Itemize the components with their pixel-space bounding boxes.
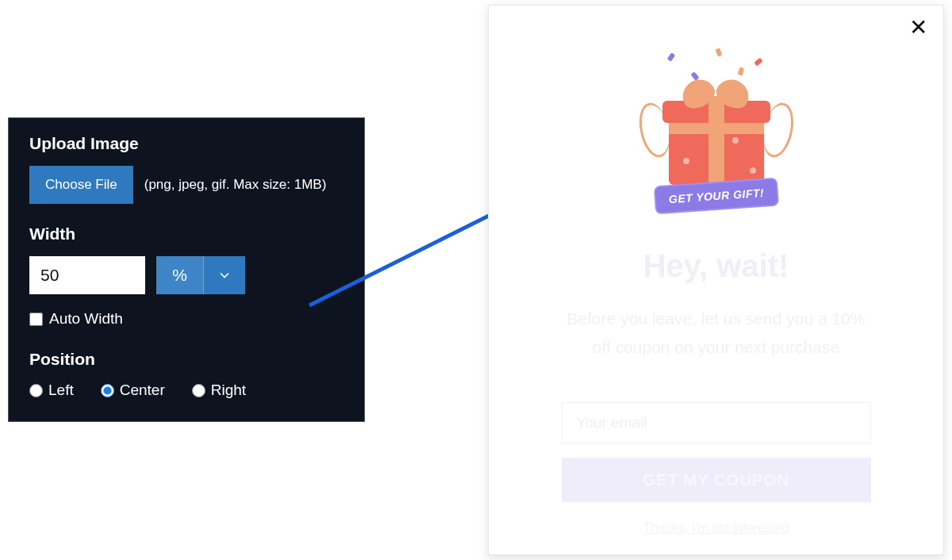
position-center-radio[interactable] (101, 384, 114, 397)
position-right-option[interactable]: Right (192, 382, 246, 399)
position-center-label: Center (120, 382, 165, 399)
position-heading: Position (29, 350, 344, 369)
email-input[interactable] (562, 402, 871, 443)
chevron-down-icon[interactable] (204, 256, 245, 294)
image-settings-panel: Upload Image Choose File (png, jpeg, gif… (8, 117, 365, 422)
width-unit-label: % (156, 256, 204, 294)
popup-subtext: Before you leave, let us send you a 10% … (558, 305, 875, 361)
width-unit-select[interactable]: % (156, 256, 245, 294)
position-left-label: Left (48, 382, 74, 399)
width-input[interactable] (29, 256, 145, 294)
file-type-hint: (png, jpeg, gif. Max size: 1MB) (144, 177, 327, 193)
not-interested-link[interactable]: Thanks, I'm not interested (643, 521, 789, 535)
popup-headline: Hey, wait! (643, 248, 789, 284)
choose-file-button[interactable]: Choose File (29, 166, 133, 204)
auto-width-checkbox-row[interactable]: Auto Width (29, 310, 344, 328)
position-right-label: Right (211, 382, 246, 399)
position-center-option[interactable]: Center (101, 382, 165, 399)
width-heading: Width (29, 224, 344, 244)
position-left-option[interactable]: Left (29, 382, 74, 399)
exit-intent-popup: ✕ GET YOUR GIFT! Hey, wait! Before you l… (488, 5, 944, 555)
gift-illustration: GET YOUR GIFT! (637, 48, 796, 213)
upload-image-heading: Upload Image (29, 134, 344, 153)
close-icon[interactable]: ✕ (909, 17, 927, 39)
auto-width-checkbox[interactable] (29, 313, 43, 326)
position-left-radio[interactable] (29, 384, 43, 397)
position-right-radio[interactable] (192, 384, 205, 397)
get-coupon-button[interactable]: GET MY COUPON (562, 458, 871, 502)
auto-width-label: Auto Width (49, 310, 123, 328)
